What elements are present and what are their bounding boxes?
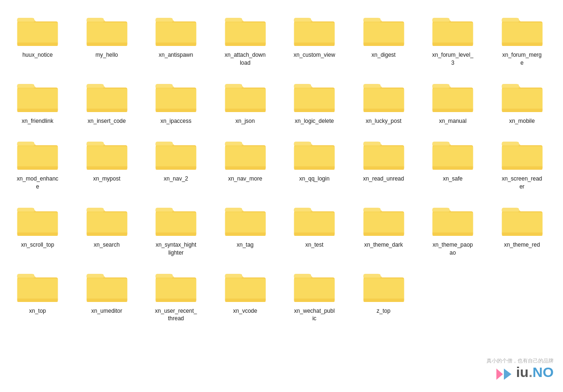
folder-item-xn_digest[interactable]: xn_digest [351, 9, 417, 71]
folder-icon-xn_screen_reader [501, 137, 543, 172]
folder-item-xn_insert_code[interactable]: xn_insert_code [74, 75, 140, 129]
folder-icon-xn_test [293, 203, 335, 238]
folder-icon-xn_antispawn [155, 13, 197, 48]
svg-rect-93 [502, 146, 542, 170]
svg-rect-53 [363, 88, 403, 112]
folder-icon-xn_qq_login [293, 137, 335, 172]
folder-item-xn_theme_dark[interactable]: xn_theme_dark [351, 199, 417, 261]
folder-label-xn_attach_download: xn_attach_download [225, 51, 266, 67]
folder-item-xn_forum_level_3[interactable]: xn_forum_level_3 [420, 9, 486, 71]
folder-icon-xn_lucky_post [363, 79, 405, 114]
svg-rect-85 [363, 146, 403, 170]
folder-item-xn_manual[interactable]: xn_manual [420, 75, 486, 129]
folder-item-xn_nav_more[interactable]: xn_nav_more [213, 133, 278, 195]
svg-rect-33 [17, 88, 58, 112]
svg-rect-134 [86, 298, 127, 302]
folder-item-xn_wechat_public[interactable]: xn_wechat_public [282, 265, 347, 327]
svg-rect-70 [86, 166, 127, 170]
svg-rect-121 [433, 212, 473, 235]
svg-rect-50 [294, 108, 335, 112]
folder-item-xn_scroll_top[interactable]: xn_scroll_top [5, 199, 70, 261]
folder-item-xn_forum_merge[interactable]: xn_forum_merge [489, 9, 555, 71]
svg-rect-1 [17, 23, 58, 46]
folder-item-xn_syntax_hightlighter[interactable]: xn_syntax_hightlighter [143, 199, 209, 261]
folder-item-z_top[interactable]: z_top [351, 265, 417, 327]
folder-grid: huux_notice my_hello xn_antispawn [0, 0, 563, 336]
folder-item-xn_ipaccess[interactable]: xn_ipaccess [143, 75, 209, 129]
folder-item-huux_notice[interactable]: huux_notice [5, 9, 70, 71]
folder-item-xn_mod_enhance[interactable]: xn_mod_enhance [5, 133, 70, 195]
folder-item-xn_attach_download[interactable]: xn_attach_download [213, 9, 278, 71]
folder-item-xn_mobile[interactable]: xn_mobile [489, 75, 555, 129]
folder-label-xn_screen_reader: xn_screen_reader [502, 175, 542, 191]
folder-item-xn_antispawn[interactable]: xn_antispawn [143, 9, 209, 71]
folder-item-xn_theme_red[interactable]: xn_theme_red [489, 199, 555, 261]
svg-rect-10 [156, 43, 196, 46]
folder-item-xn_vcode[interactable]: xn_vcode [213, 265, 278, 327]
svg-rect-114 [294, 233, 335, 236]
folder-item-xn_theme_paopao[interactable]: xn_theme_paopao [420, 199, 486, 261]
svg-rect-57 [433, 88, 473, 112]
folder-item-xn_screen_reader[interactable]: xn_screen_reader [489, 133, 555, 195]
svg-rect-46 [225, 108, 265, 112]
folder-item-xn_custom_view[interactable]: xn_custom_view [282, 9, 347, 71]
folder-icon-xn_digest [363, 13, 405, 48]
folder-item-xn_safe[interactable]: xn_safe [420, 133, 486, 195]
logo-area: 真小的个僧，也有自己的品牌 iu.NO [487, 357, 554, 383]
folder-item-xn_read_unread[interactable]: xn_read_unread [351, 133, 417, 195]
svg-rect-138 [156, 298, 196, 302]
folder-icon-xn_scroll_top [16, 203, 59, 238]
svg-rect-137 [156, 278, 196, 302]
folder-label-xn_antispawn: xn_antispawn [159, 51, 193, 59]
folder-icon-xn_user_recent_thread [155, 269, 197, 304]
svg-rect-22 [363, 43, 403, 46]
svg-rect-74 [156, 166, 196, 170]
folder-item-my_hello[interactable]: my_hello [74, 9, 140, 71]
svg-rect-89 [433, 146, 473, 170]
svg-rect-106 [156, 233, 196, 236]
folder-item-xn_friendlink[interactable]: xn_friendlink [5, 75, 70, 129]
folder-icon-xn_wechat_public [293, 269, 335, 304]
folder-icon-xn_mobile [501, 79, 543, 114]
folder-label-xn_nav_2: xn_nav_2 [164, 175, 188, 183]
folder-item-xn_top[interactable]: xn_top [5, 265, 70, 327]
folder-icon-xn_insert_code [86, 79, 128, 114]
folder-item-xn_json[interactable]: xn_json [213, 75, 278, 129]
svg-rect-130 [17, 298, 58, 302]
folder-icon-xn_search [86, 203, 128, 238]
folder-item-xn_nav_2[interactable]: xn_nav_2 [143, 133, 209, 195]
svg-rect-54 [363, 108, 403, 112]
folder-icon-my_hello [86, 13, 128, 48]
folder-item-xn_tag[interactable]: xn_tag [213, 199, 278, 261]
svg-rect-109 [225, 212, 265, 235]
folder-item-xn_search[interactable]: xn_search [74, 199, 140, 261]
folder-icon-xn_umeditor [86, 269, 128, 304]
folder-item-xn_user_recent_thread[interactable]: xn_user_recent_thread [143, 265, 209, 327]
folder-item-xn_lucky_post[interactable]: xn_lucky_post [351, 75, 417, 129]
folder-item-xn_logic_delete[interactable]: xn_logic_delete [282, 75, 347, 129]
folder-label-xn_safe: xn_safe [443, 175, 463, 183]
folder-label-xn_qq_login: xn_qq_login [299, 175, 330, 183]
svg-rect-82 [294, 166, 335, 170]
svg-rect-150 [363, 298, 403, 302]
folder-icon-z_top [363, 269, 405, 304]
folder-label-xn_nav_more: xn_nav_more [228, 175, 262, 183]
svg-marker-153 [504, 369, 511, 380]
svg-rect-141 [225, 278, 265, 302]
folder-icon-xn_read_unread [363, 137, 405, 172]
svg-rect-18 [294, 43, 335, 46]
svg-rect-21 [363, 23, 403, 46]
folder-item-xn_test[interactable]: xn_test [282, 199, 347, 261]
folder-label-xn_search: xn_search [94, 241, 120, 249]
folder-item-xn_mypost[interactable]: xn_mypost [74, 133, 140, 195]
folder-item-xn_qq_login[interactable]: xn_qq_login [282, 133, 347, 195]
folder-item-xn_umeditor[interactable]: xn_umeditor [74, 265, 140, 327]
svg-rect-45 [225, 88, 265, 112]
svg-rect-142 [225, 298, 265, 302]
folder-icon-xn_json [224, 79, 266, 114]
svg-rect-42 [156, 108, 196, 112]
folder-label-xn_scroll_top: xn_scroll_top [21, 241, 54, 249]
folder-label-xn_test: xn_test [305, 241, 324, 249]
folder-icon-xn_vcode [224, 269, 266, 304]
folder-label-xn_lucky_post: xn_lucky_post [365, 117, 401, 125]
